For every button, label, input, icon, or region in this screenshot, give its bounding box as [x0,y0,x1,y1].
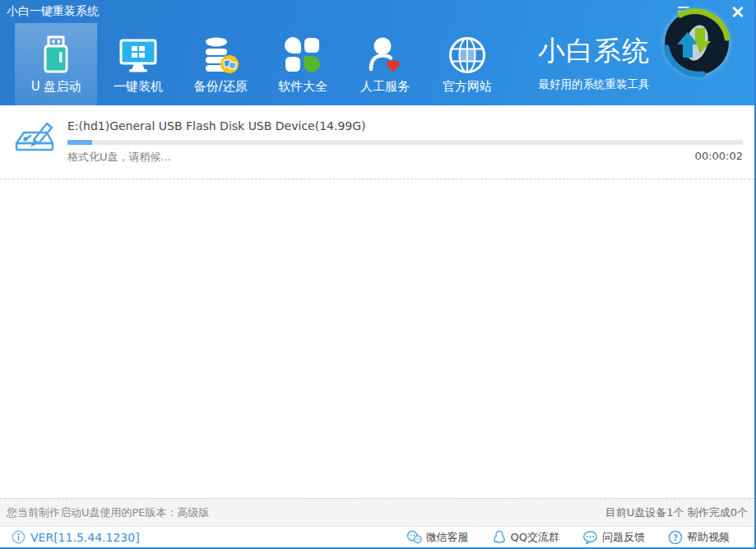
usb-write-pencil-icon [12,118,58,159]
footer-link-label: 问题反馈 [602,530,645,545]
qq-icon [492,530,507,544]
content-area [0,179,754,498]
refresh-arrows-badge-icon [657,3,736,82]
progress-status: 格式化U盘，请稍候... [67,150,171,165]
feedback-link[interactable]: 问题反馈 [582,530,645,545]
footer-link-label: 帮助视频 [687,530,730,545]
pe-version-text: 您当前制作启动U盘使用的PE版本：高级版 [7,505,210,520]
progress-bar [67,140,743,145]
tab-official-website[interactable]: 官方网站 [426,23,508,105]
globe-icon [447,35,488,76]
backup-database-icon [200,35,241,76]
titlebar: 小白一键重装系统 [0,0,754,23]
help-circle-icon: ? [668,530,683,545]
help-video-link[interactable]: ? 帮助视频 [668,530,730,545]
tab-label: 一键装机 [114,79,163,95]
tab-label: 软件大全 [278,79,327,95]
progress-fill [67,140,92,145]
support-person-heart-icon [364,35,406,76]
tab-usb-boot[interactable]: U 盘启动 [15,23,97,105]
info-circle-icon [12,530,26,544]
tab-customer-service[interactable]: 人工服务 [344,23,426,105]
wechat-support-link[interactable]: 微信客服 [406,530,469,545]
qq-group-link[interactable]: QQ交流群 [492,530,559,545]
app-window: 小白一键重装系统 U 盘启动 [0,0,756,549]
device-summary-text: 目前U盘设备1个 制作完成0个 [605,505,748,520]
tab-one-click-install[interactable]: 一键装机 [97,23,179,105]
window-title: 小白一键重装系统 [7,4,99,19]
tab-label: 人工服务 [360,79,410,95]
footer-links: 微信客服 QQ交流群 问题反馈 ? [406,530,730,545]
svg-text:?: ? [673,532,678,542]
version-text: VER[11.5.44.1230] [30,531,140,544]
monitor-windows-icon [118,35,159,76]
tab-software-collection[interactable]: 软件大全 [262,23,344,105]
wechat-icon [406,530,422,544]
nav-tabs: U 盘启动 一键装机 [15,23,508,105]
elapsed-time: 00:00:02 [695,150,743,162]
footer-link-label: 微信客服 [426,530,469,545]
tab-label: 备份/还原 [193,79,247,95]
usb-drive-icon [35,35,77,76]
tab-label: 官方网站 [443,79,492,95]
header: 小白一键重装系统 U 盘启动 [0,0,754,105]
statusbar: 您当前制作启动U盘使用的PE版本：高级版 目前U盘设备1个 制作完成0个 [0,498,754,527]
brand-name: 小白系统 [536,33,652,70]
feedback-bubble-icon [582,530,598,545]
brand: 小白系统 最好用的系统重装工具 [536,33,652,92]
brand-slogan: 最好用的系统重装工具 [536,77,652,92]
device-label: E:(hd1)General USB Flash Disk USB Device… [67,119,366,133]
footer: VER[11.5.44.1230] 微信客服 QQ交流群 [0,527,754,547]
apps-clover-icon [282,35,323,76]
footer-link-label: QQ交流群 [511,530,559,545]
tab-label: U 盘启动 [31,79,81,95]
version-info: VER[11.5.44.1230] [12,530,140,544]
progress-panel: E:(hd1)General USB Flash Disk USB Device… [0,105,754,179]
tab-backup-restore[interactable]: 备份/还原 [179,23,262,105]
